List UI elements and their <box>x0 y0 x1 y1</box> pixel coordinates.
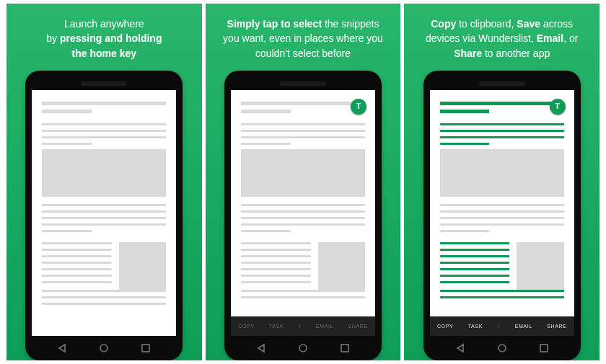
panel-2: Simply tap to select the snippets you wa… <box>206 4 401 360</box>
speaker <box>479 81 525 86</box>
panel-3: Copy to clipboard, Save across devices v… <box>404 4 600 360</box>
svg-point-4 <box>499 345 506 352</box>
recents-icon <box>141 343 151 353</box>
share-action[interactable]: SHARE <box>547 324 566 329</box>
svg-point-0 <box>100 345 107 352</box>
email-action[interactable]: EMAIL <box>316 324 333 329</box>
app-badge[interactable]: T <box>550 99 566 115</box>
android-nav <box>57 336 151 360</box>
caption-2: Simply tap to select the snippets you wa… <box>206 4 401 71</box>
recents-icon <box>340 343 350 353</box>
app-badge[interactable]: T <box>351 99 366 115</box>
screen-3: T COPY TASK ⌇ EMAIL <box>430 90 574 336</box>
phone-2: T COPY TASK ⌇ EMAIL <box>224 71 382 360</box>
snip-icon[interactable]: ⌇ <box>299 324 302 329</box>
home-icon <box>298 343 308 353</box>
speaker <box>81 81 127 86</box>
action-toolbar: COPY TASK ⌇ EMAIL SHARE <box>430 316 574 336</box>
copy-action[interactable]: COPY <box>238 324 254 329</box>
screen-2: T COPY TASK ⌇ EMAIL <box>231 90 375 336</box>
home-icon <box>99 343 109 353</box>
android-nav <box>455 336 549 360</box>
back-icon <box>455 343 465 353</box>
home-icon <box>497 343 507 353</box>
phone-3: T COPY TASK ⌇ EMAIL <box>423 71 581 360</box>
panel-1: Launch anywhereby pressing and holdingth… <box>6 4 202 360</box>
android-nav <box>256 336 350 360</box>
snip-icon[interactable]: ⌇ <box>498 324 501 329</box>
action-toolbar: COPY TASK ⌇ EMAIL SHARE <box>231 316 375 336</box>
caption-1: Launch anywhereby pressing and holdingth… <box>33 4 175 71</box>
copy-action[interactable]: COPY <box>437 324 453 329</box>
screen-1 <box>32 90 176 336</box>
recents-icon <box>539 343 549 353</box>
phone-1 <box>25 71 183 360</box>
task-action[interactable]: TASK <box>468 324 483 329</box>
svg-rect-3 <box>341 345 348 352</box>
back-icon <box>57 343 67 353</box>
speaker <box>280 81 326 86</box>
back-icon <box>256 343 266 353</box>
caption-3: Copy to clipboard, Save across devices v… <box>404 4 600 71</box>
svg-rect-5 <box>540 345 548 352</box>
email-action[interactable]: EMAIL <box>515 324 532 329</box>
svg-point-2 <box>299 345 307 352</box>
share-action[interactable]: SHARE <box>348 324 368 329</box>
task-action[interactable]: TASK <box>269 324 284 329</box>
svg-rect-1 <box>142 345 149 352</box>
